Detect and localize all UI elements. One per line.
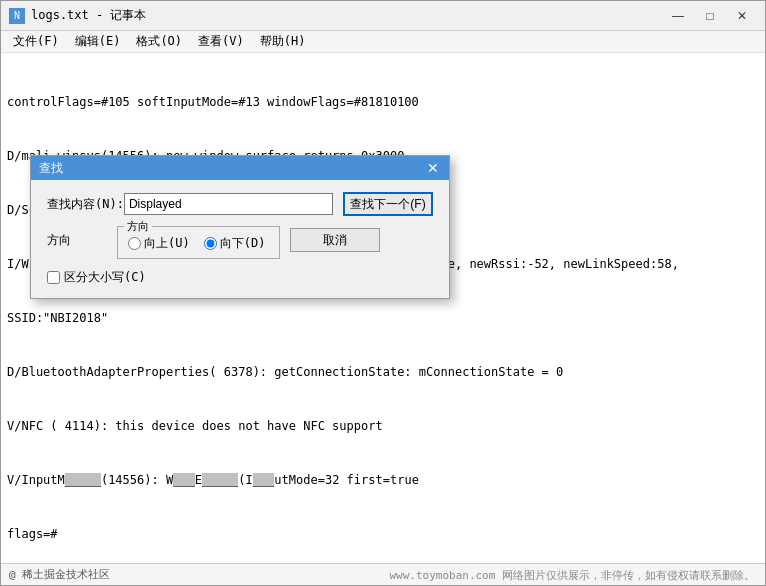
log-line-8: flags=# <box>7 525 759 543</box>
cancel-button[interactable]: 取消 <box>290 228 380 252</box>
direction-group: 方向 向上(U) 向下(D) <box>117 226 280 259</box>
case-sensitive-text: 区分大小写(C) <box>64 269 146 286</box>
maximize-button[interactable]: □ <box>695 6 725 26</box>
watermark-text: www.toymoban.com 网络图片仅供展示，非停传，如有侵权请联系删除。 <box>389 568 755 583</box>
radio-down-label[interactable]: 向下(D) <box>204 235 266 252</box>
direction-title-label: 方向 <box>124 219 152 234</box>
find-dialog: 查找 ✕ 查找内容(N): 查找下一个(F) 方向 方向 向上(U) 向下(D) <box>30 155 450 299</box>
case-sensitive-checkbox[interactable] <box>47 271 60 284</box>
title-bar: N logs.txt - 记事本 — □ ✕ <box>1 1 765 31</box>
find-dialog-title-text: 查找 <box>39 160 63 177</box>
radio-down[interactable] <box>204 237 217 250</box>
find-next-button[interactable]: 查找下一个(F) <box>343 192 433 216</box>
log-line-6: V/NFC ( 4114): this device does not have… <box>7 417 759 435</box>
find-dialog-title-bar: 查找 ✕ <box>31 156 449 180</box>
case-sensitive-row: 区分大小写(C) <box>47 269 433 286</box>
menu-bar: 文件(F) 编辑(E) 格式(O) 查看(V) 帮助(H) <box>1 31 765 53</box>
log-line-7: V/InputM_____(14556): W___E_____(I___utM… <box>7 471 759 489</box>
status-bar: @ 稀土掘金技术社区 www.toymoban.com 网络图片仅供展示，非停传… <box>1 563 765 585</box>
radio-up-text: 向上(U) <box>144 235 190 252</box>
search-label: 查找内容(N): <box>47 196 124 213</box>
menu-edit[interactable]: 编辑(E) <box>67 31 129 52</box>
direction-title: 方向 <box>47 233 71 247</box>
status-left: @ 稀土掘金技术社区 <box>9 567 110 582</box>
minimize-button[interactable]: — <box>663 6 693 26</box>
log-line-0: controlFlags=#105 softInputMode=#13 wind… <box>7 93 759 111</box>
find-search-row: 查找内容(N): 查找下一个(F) <box>47 192 433 216</box>
radio-down-text: 向下(D) <box>220 235 266 252</box>
app-icon-letter: N <box>14 10 20 21</box>
search-input[interactable] <box>124 193 333 215</box>
menu-file[interactable]: 文件(F) <box>5 31 67 52</box>
close-button[interactable]: ✕ <box>727 6 757 26</box>
find-direction-row: 方向 方向 向上(U) 向下(D) 取消 <box>47 226 433 259</box>
log-line-4: SSID:"NBI2018" <box>7 309 759 327</box>
menu-help[interactable]: 帮助(H) <box>252 31 314 52</box>
find-dialog-close-button[interactable]: ✕ <box>425 160 441 176</box>
log-line-5: D/BluetoothAdapterProperties( 6378): get… <box>7 363 759 381</box>
window-controls: — □ ✕ <box>663 6 757 26</box>
find-dialog-body: 查找内容(N): 查找下一个(F) 方向 方向 向上(U) 向下(D) 取消 <box>31 180 449 298</box>
case-sensitive-label[interactable]: 区分大小写(C) <box>47 269 146 286</box>
radio-up-label[interactable]: 向上(U) <box>128 235 190 252</box>
window-title: logs.txt - 记事本 <box>31 7 663 24</box>
direction-spacer: 方向 <box>47 226 117 249</box>
text-content[interactable]: controlFlags=#105 softInputMode=#13 wind… <box>1 53 765 563</box>
app-icon: N <box>9 8 25 24</box>
menu-view[interactable]: 查看(V) <box>190 31 252 52</box>
radio-up[interactable] <box>128 237 141 250</box>
menu-format[interactable]: 格式(O) <box>128 31 190 52</box>
